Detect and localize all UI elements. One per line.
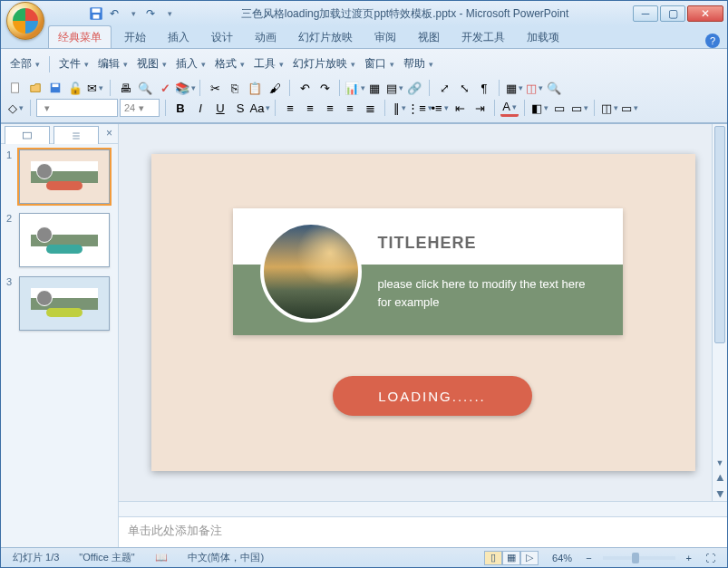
horizontal-scrollbar[interactable] xyxy=(119,501,727,516)
tab-developer[interactable]: 开发工具 xyxy=(452,26,514,48)
save-icon[interactable] xyxy=(88,5,104,22)
fit-window-icon[interactable]: ⛶ xyxy=(699,552,722,564)
cut-icon[interactable]: ✂ xyxy=(206,79,224,97)
menu-tools[interactable]: 工具 xyxy=(250,54,287,73)
tab-review[interactable]: 审阅 xyxy=(365,26,405,48)
zoom-in-icon[interactable]: + xyxy=(686,553,692,563)
minimize-button[interactable]: ─ xyxy=(633,5,658,22)
bullets-icon[interactable]: •≡ xyxy=(431,99,449,117)
print-icon[interactable]: 🖶 xyxy=(116,79,134,97)
zoom-out-icon[interactable]: − xyxy=(586,553,591,563)
slide-title[interactable]: TITLEHERE xyxy=(378,234,477,253)
tab-insert[interactable]: 插入 xyxy=(159,26,199,48)
new-slide-icon[interactable]: ▭ xyxy=(550,99,568,117)
expand-icon[interactable]: ⤢ xyxy=(435,79,453,97)
tab-view[interactable]: 视图 xyxy=(409,26,449,48)
slide-canvas[interactable]: TITLEHERE please click here to modify th… xyxy=(119,124,727,501)
menu-view[interactable]: 视图 xyxy=(133,54,170,73)
redo-icon[interactable]: ↷ xyxy=(315,79,334,97)
chart-icon[interactable]: 📊 xyxy=(345,79,364,97)
zoom-slider[interactable] xyxy=(603,556,675,560)
layout-icon[interactable]: ▭ xyxy=(570,99,588,117)
tab-design[interactable]: 设计 xyxy=(202,26,242,48)
format-painter-icon[interactable]: 🖌 xyxy=(266,79,284,97)
table-icon[interactable]: ▦ xyxy=(365,79,383,97)
slide-counter[interactable]: 幻灯片 1/3 xyxy=(6,550,65,565)
open-icon[interactable] xyxy=(26,79,44,97)
help-icon[interactable]: ? xyxy=(705,34,720,48)
spellcheck-icon[interactable]: 📖 xyxy=(149,551,174,564)
grid-icon[interactable]: ▦ xyxy=(505,79,523,97)
spelling-icon[interactable]: ✓ xyxy=(156,79,174,97)
font-color-icon[interactable]: A xyxy=(500,99,519,117)
slide[interactable]: TITLEHERE please click here to modify th… xyxy=(151,154,695,471)
sorter-view-icon[interactable]: ▦ xyxy=(502,551,520,565)
tab-animations[interactable]: 动画 xyxy=(246,26,286,48)
font-size-combo[interactable]: 24 ▾ xyxy=(120,99,160,117)
qat-customize-icon[interactable] xyxy=(160,5,177,22)
menu-insert[interactable]: 插入 xyxy=(172,54,209,73)
numbering-icon[interactable]: ⋮≡ xyxy=(411,99,429,117)
undo-icon[interactable]: ↶ xyxy=(296,79,314,97)
slides-tab[interactable] xyxy=(5,126,50,144)
copy-icon[interactable]: ⎘ xyxy=(226,79,244,97)
research-icon[interactable]: 📚 xyxy=(176,79,194,97)
thumbnail[interactable]: 2 xyxy=(6,213,112,267)
theme-name[interactable]: "Office 主题" xyxy=(73,550,141,565)
show-formatting-icon[interactable]: ¶ xyxy=(475,79,493,97)
menu-help[interactable]: 帮助 xyxy=(400,54,437,73)
tab-classic-menu[interactable]: 经典菜单 xyxy=(48,25,112,48)
print-preview-icon[interactable]: 🔍 xyxy=(136,79,154,97)
tables-icon[interactable]: ▤ xyxy=(385,79,403,97)
menu-window[interactable]: 窗口 xyxy=(361,54,398,73)
tab-addins[interactable]: 加载项 xyxy=(518,26,568,48)
font-family-combo[interactable]: ▾ xyxy=(36,99,118,117)
outline-tab[interactable] xyxy=(53,126,99,144)
menu-all[interactable]: 全部 xyxy=(6,54,44,73)
italic-icon[interactable]: I xyxy=(191,99,209,117)
maximize-button[interactable]: ▢ xyxy=(660,5,685,22)
zoom-level[interactable]: 64% xyxy=(546,552,578,564)
undo-dropdown-icon[interactable] xyxy=(124,5,141,22)
change-case-icon[interactable]: Aa xyxy=(251,99,269,117)
smartart-icon[interactable]: ◧ xyxy=(530,99,548,117)
loading-button[interactable]: LOADING...... xyxy=(333,376,532,416)
increase-indent-icon[interactable]: ⇥ xyxy=(471,99,489,117)
permission-icon[interactable]: 🔓 xyxy=(66,79,84,97)
menu-slideshow[interactable]: 幻灯片放映 xyxy=(289,54,359,73)
tab-slideshow[interactable]: 幻灯片放映 xyxy=(289,26,362,48)
undo-icon[interactable]: ↶ xyxy=(106,5,122,22)
close-button[interactable]: ✕ xyxy=(687,5,723,22)
arrange-icon[interactable]: ◫ xyxy=(600,99,618,117)
quick-styles-icon[interactable]: ▭ xyxy=(620,99,638,117)
normal-view-icon[interactable]: ▯ xyxy=(484,551,502,565)
thumbnail[interactable]: 3 xyxy=(6,276,112,331)
prev-slide-icon[interactable]: ⯅ xyxy=(713,470,727,486)
menu-format[interactable]: 格式 xyxy=(211,54,248,73)
notes-pane[interactable]: 单击此处添加备注 xyxy=(119,516,727,547)
color-icon[interactable]: ◫ xyxy=(525,79,543,97)
menu-file[interactable]: 文件 xyxy=(55,54,92,73)
paste-icon[interactable]: 📋 xyxy=(246,79,264,97)
align-right-icon[interactable]: ≡ xyxy=(321,99,339,117)
office-button[interactable] xyxy=(6,2,44,40)
next-slide-icon[interactable]: ⯆ xyxy=(713,486,727,501)
slideshow-view-icon[interactable]: ▷ xyxy=(520,551,539,565)
collapse-icon[interactable]: ⤡ xyxy=(455,79,473,97)
align-center-icon[interactable]: ≡ xyxy=(301,99,319,117)
scroll-thumb[interactable] xyxy=(714,126,725,343)
shadow-icon[interactable]: S xyxy=(231,99,249,117)
align-left-icon[interactable]: ≡ xyxy=(281,99,299,117)
distribute-icon[interactable]: ≣ xyxy=(361,99,379,117)
shapes-icon[interactable]: ◇ xyxy=(6,99,24,117)
hyperlink-icon[interactable]: 🔗 xyxy=(405,79,423,97)
tab-home[interactable]: 开始 xyxy=(115,26,155,48)
zoom-icon[interactable]: 🔍 xyxy=(545,79,563,97)
thumbnail[interactable]: 1 xyxy=(6,149,112,204)
email-icon[interactable]: ✉ xyxy=(86,79,104,97)
bold-icon[interactable]: B xyxy=(171,99,189,117)
vertical-scrollbar[interactable]: ▲ ▼ ⯅ ⯆ xyxy=(712,124,727,501)
language-status[interactable]: 中文(简体，中国) xyxy=(181,550,270,565)
menu-edit[interactable]: 编辑 xyxy=(94,54,131,73)
line-spacing-icon[interactable]: ‖ xyxy=(391,99,409,117)
